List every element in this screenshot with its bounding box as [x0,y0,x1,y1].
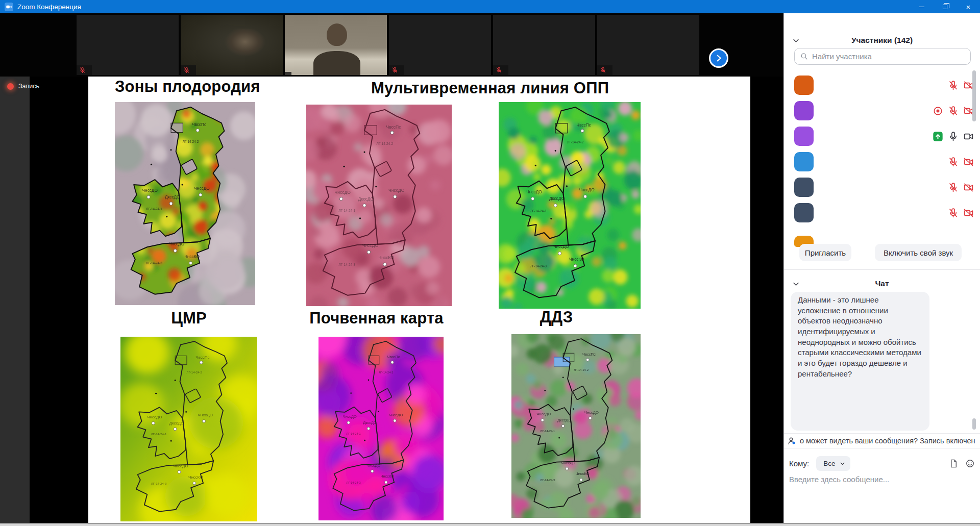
participant-status-icons [948,208,974,218]
svg-text:ЛГ-14-24-1: ЛГ-14-24-1 [347,432,361,435]
map-title: ЦМР [120,309,258,328]
svg-text:ЛГ-14-24-2: ЛГ-14-24-2 [379,371,393,374]
participant-status-icons [948,80,974,91]
participant-row[interactable] [794,201,974,224]
svg-text:ДкссДО: ДкссДО [358,196,374,202]
svg-text:ЛГ-14-24-3: ЛГ-14-24-3 [347,481,361,484]
restore-button[interactable] [933,0,957,13]
chat-message-input[interactable] [789,475,973,484]
cam-off-icon [963,157,974,167]
mic-off-icon [496,67,502,73]
video-tile[interactable] [181,15,283,75]
svg-text:ЛГ-14-24-1: ЛГ-14-24-1 [146,207,162,211]
participant-row[interactable] [794,73,974,97]
avatar [794,76,814,95]
participants-panel-title: Участники (142) [784,36,980,45]
invite-button[interactable]: Пригласить [799,244,851,261]
participant-row[interactable] [794,176,974,199]
video-tiles [77,15,699,75]
svg-text:ЛГ-14-24-1: ЛГ-14-24-1 [530,209,547,212]
participant-row[interactable] [794,99,974,122]
cam-off-icon [963,182,974,193]
next-participants-button[interactable] [709,48,728,68]
video-tile[interactable] [285,15,387,75]
svg-text:ЧнссДО: ЧнссДО [142,188,158,193]
search-input[interactable] [812,52,965,61]
chat-collapse-chevron-icon[interactable] [792,280,800,288]
svg-text:ЛГ-14-24-2: ЛГ-14-24-2 [377,142,394,145]
video-tile[interactable] [389,15,491,75]
svg-text:ЧвссПс: ЧвссПс [387,355,400,359]
svg-text:ДкссДО: ДкссДО [169,421,184,425]
mic-off-icon [600,67,606,73]
mic-off-icon [183,67,190,73]
svg-text:ЧнссДО: ЧнссДО [579,187,595,192]
dem-map-map: ЧвссПсЛГ-14-24-2ЧнссДОЧнссДОДкссДОЛГ-14-… [120,337,257,521]
svg-text:ЧвссПс: ЧвссПс [386,124,401,130]
right-sidebar: Участники (142) Пригласить Включить свой… [783,13,980,526]
mic-off-icon [79,67,86,73]
chat-message-text: Данными - это лишнее усложнение в отноше… [798,295,922,380]
emoji-icon[interactable] [965,459,975,468]
ndvi-map-map: ЧвссПсЛГ-14-24-2ЧнссДОЧнссДОДкссДОЛГ-14-… [499,102,641,309]
tile-name-label [77,65,92,75]
recording-icon [933,106,943,116]
participants-collapse-chevron-icon[interactable] [792,37,800,45]
presentation-slide: Зоны плодородияМультивременная линия ОПП… [88,77,750,526]
chat-panel-title: Чат [784,279,980,288]
recipient-select[interactable]: Все [816,456,850,471]
minimize-icon [919,7,924,7]
avatar [794,101,814,120]
chevron-down-icon [840,461,845,466]
tile-display-name [77,15,179,75]
svg-text:ДкссДО: ДкссДО [363,420,376,425]
to-label: Кому: [789,459,809,468]
multitemporal-opp-map: ЧвссПсЛГ-14-24-2ЧнссДОЧнссДОДкссДОЛГ-14-… [306,105,452,306]
participant-row[interactable] [794,124,974,148]
svg-text:ЧнссДО: ЧнссДО [335,190,351,195]
visibility-person-icon [787,436,797,446]
chat-scrollbar[interactable] [972,418,976,430]
participant-status-icons [948,157,974,167]
svg-text:ЛГ-14-24-1: ЛГ-14-24-1 [151,433,167,436]
mic-off-icon [948,157,959,167]
participant-status-icons [933,106,974,116]
participant-row[interactable] [794,150,974,173]
remote-sensing-map-map: ЧвссПсЛГ-14-24-2ЧнссДОЧнссДОДкссДОЛГ-14-… [511,334,641,518]
svg-text:ЧвссПс: ЧвссПс [582,352,596,357]
svg-text:ЧнссКО: ЧнссКО [379,255,395,260]
svg-text:ЛГ-14-24-2: ЛГ-14-24-2 [183,140,199,143]
svg-text:ДкссДО: ДкссДО [165,194,180,199]
tile-name-label [389,65,404,75]
participant-search[interactable] [794,48,971,65]
tile-display-name [597,15,699,75]
close-button[interactable]: × [957,0,980,13]
minimize-button[interactable] [910,0,933,13]
participant-status-icons [948,182,974,193]
video-tile[interactable] [597,15,699,75]
chat-notice-text: о может видеть ваши сообщения? Запись вк… [800,437,975,445]
svg-text:ЧнссКО: ЧнссКО [569,257,584,262]
video-strip [0,13,783,77]
recording-indicator: Запись [7,83,39,90]
svg-text:ЧнссДО: ЧнссДО [343,414,357,419]
svg-text:ЛГ-14-24-3: ЛГ-14-24-3 [146,261,162,265]
zoom-app-window: Zoom Конференция × Запись Зоны плодороди… [0,0,980,526]
map-title: ДДЗ [490,308,623,327]
participants-scrollbar[interactable] [972,70,976,121]
video-tile[interactable] [493,15,595,75]
svg-text:ЛГ-14-24-2: ЛГ-14-24-2 [574,368,589,371]
svg-text:ЧнссКО: ЧнссКО [381,474,394,479]
video-tile[interactable] [77,15,179,75]
svg-text:ЧнссДО: ЧнссДО [536,412,551,416]
svg-text:ЧнссКО: ЧнссКО [576,471,590,476]
svg-text:ЧнссДО: ЧнссДО [173,464,188,468]
svg-text:ЛГ-14-24-2: ЛГ-14-24-2 [567,140,583,144]
svg-text:ЧнссДО: ЧнссДО [388,188,405,193]
file-attach-icon[interactable] [949,459,959,468]
svg-text:ЧнссКО: ЧнссКО [185,254,200,259]
unmute-button[interactable]: Включить свой звук [875,244,962,261]
svg-text:ДкссДО: ДкссДО [549,196,565,201]
svg-text:ЧнссДО: ЧнссДО [553,244,569,249]
taskbar-edge [0,523,980,526]
